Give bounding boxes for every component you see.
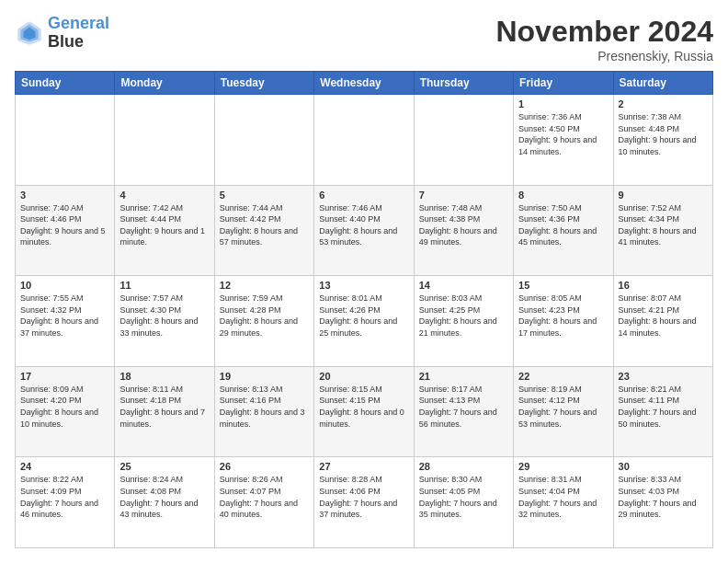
calendar-cell: 1Sunrise: 7:36 AM Sunset: 4:50 PM Daylig… [514,95,613,186]
calendar-cell: 4Sunrise: 7:42 AM Sunset: 4:44 PM Daylig… [115,185,214,276]
day-info: Sunrise: 8:07 AM Sunset: 4:21 PM Dayligh… [619,293,708,339]
calendar-cell: 6Sunrise: 7:46 AM Sunset: 4:40 PM Daylig… [314,185,414,276]
day-number: 7 [419,190,508,201]
day-number: 14 [419,280,508,291]
calendar-cell: 28Sunrise: 8:30 AM Sunset: 4:05 PM Dayli… [414,457,513,548]
day-number: 19 [220,371,309,382]
calendar-cell [16,95,115,186]
calendar-cell: 25Sunrise: 8:24 AM Sunset: 4:08 PM Dayli… [115,457,214,548]
calendar-cell: 14Sunrise: 8:03 AM Sunset: 4:25 PM Dayli… [414,276,513,367]
calendar-cell [214,95,313,186]
header-wednesday: Wednesday [314,72,414,95]
day-info: Sunrise: 8:09 AM Sunset: 4:20 PM Dayligh… [20,384,109,430]
calendar-cell: 29Sunrise: 8:31 AM Sunset: 4:04 PM Dayli… [514,457,613,548]
day-number: 30 [619,461,708,472]
calendar-cell: 5Sunrise: 7:44 AM Sunset: 4:42 PM Daylig… [214,185,313,276]
subtitle: Presnenskiy, Russia [495,49,713,63]
day-number: 11 [119,280,209,291]
day-number: 13 [319,280,408,291]
header-saturday: Saturday [613,72,712,95]
day-number: 8 [518,190,608,201]
day-info: Sunrise: 7:48 AM Sunset: 4:38 PM Dayligh… [419,202,508,248]
logo-icon [15,18,44,48]
calendar-cell: 7Sunrise: 7:48 AM Sunset: 4:38 PM Daylig… [414,185,513,276]
calendar-cell: 16Sunrise: 8:07 AM Sunset: 4:21 PM Dayli… [613,276,712,367]
day-info: Sunrise: 8:17 AM Sunset: 4:13 PM Dayligh… [419,384,508,430]
calendar-cell: 19Sunrise: 8:13 AM Sunset: 4:16 PM Dayli… [214,366,313,457]
calendar-cell: 10Sunrise: 7:55 AM Sunset: 4:32 PM Dayli… [16,276,115,367]
day-number: 23 [619,371,708,382]
header-thursday: Thursday [414,72,513,95]
day-info: Sunrise: 8:33 AM Sunset: 4:03 PM Dayligh… [619,474,708,520]
day-info: Sunrise: 8:11 AM Sunset: 4:18 PM Dayligh… [119,384,209,430]
day-info: Sunrise: 8:15 AM Sunset: 4:15 PM Dayligh… [319,384,408,430]
day-info: Sunrise: 7:52 AM Sunset: 4:34 PM Dayligh… [619,202,708,248]
day-number: 12 [220,280,309,291]
day-info: Sunrise: 8:22 AM Sunset: 4:09 PM Dayligh… [20,474,109,520]
day-info: Sunrise: 7:40 AM Sunset: 4:46 PM Dayligh… [20,202,109,248]
calendar-cell: 8Sunrise: 7:50 AM Sunset: 4:36 PM Daylig… [514,185,613,276]
day-number: 16 [619,280,708,291]
calendar-cell: 18Sunrise: 8:11 AM Sunset: 4:18 PM Dayli… [115,366,214,457]
day-info: Sunrise: 8:05 AM Sunset: 4:23 PM Dayligh… [518,293,608,339]
calendar-cell: 30Sunrise: 8:33 AM Sunset: 4:03 PM Dayli… [613,457,712,548]
header-friday: Friday [514,72,613,95]
day-info: Sunrise: 7:36 AM Sunset: 4:50 PM Dayligh… [518,111,608,157]
day-number: 20 [319,371,408,382]
day-number: 22 [518,371,608,382]
day-info: Sunrise: 8:31 AM Sunset: 4:04 PM Dayligh… [518,474,608,520]
calendar-cell: 21Sunrise: 8:17 AM Sunset: 4:13 PM Dayli… [414,366,513,457]
header-sunday: Sunday [16,72,115,95]
calendar-cell: 26Sunrise: 8:26 AM Sunset: 4:07 PM Dayli… [214,457,313,548]
day-number: 6 [319,190,408,201]
day-number: 17 [20,371,109,382]
day-info: Sunrise: 7:46 AM Sunset: 4:40 PM Dayligh… [319,202,408,248]
month-title: November 2024 [495,15,713,49]
calendar-cell: 24Sunrise: 8:22 AM Sunset: 4:09 PM Dayli… [16,457,115,548]
day-number: 3 [20,190,109,201]
day-number: 15 [518,280,608,291]
logo-text: General Blue [48,15,109,52]
day-number: 18 [119,371,209,382]
day-number: 24 [20,461,109,472]
calendar-cell: 20Sunrise: 8:15 AM Sunset: 4:15 PM Dayli… [314,366,414,457]
day-info: Sunrise: 7:55 AM Sunset: 4:32 PM Dayligh… [20,293,109,339]
header: General Blue November 2024 Presnenskiy, … [15,15,713,63]
day-info: Sunrise: 8:24 AM Sunset: 4:08 PM Dayligh… [119,474,209,520]
day-info: Sunrise: 8:01 AM Sunset: 4:26 PM Dayligh… [319,293,408,339]
calendar-table: Sunday Monday Tuesday Wednesday Thursday… [15,71,713,548]
week-row-5: 24Sunrise: 8:22 AM Sunset: 4:09 PM Dayli… [16,457,713,548]
day-number: 29 [518,461,608,472]
calendar-cell: 2Sunrise: 7:38 AM Sunset: 4:48 PM Daylig… [613,95,712,186]
day-info: Sunrise: 8:28 AM Sunset: 4:06 PM Dayligh… [319,474,408,520]
day-info: Sunrise: 7:42 AM Sunset: 4:44 PM Dayligh… [119,202,209,248]
calendar-cell [314,95,414,186]
week-row-2: 3Sunrise: 7:40 AM Sunset: 4:46 PM Daylig… [16,185,713,276]
calendar-cell: 22Sunrise: 8:19 AM Sunset: 4:12 PM Dayli… [514,366,613,457]
calendar-cell: 15Sunrise: 8:05 AM Sunset: 4:23 PM Dayli… [514,276,613,367]
calendar-cell: 27Sunrise: 8:28 AM Sunset: 4:06 PM Dayli… [314,457,414,548]
week-row-3: 10Sunrise: 7:55 AM Sunset: 4:32 PM Dayli… [16,276,713,367]
day-info: Sunrise: 8:13 AM Sunset: 4:16 PM Dayligh… [220,384,309,430]
calendar-cell: 11Sunrise: 7:57 AM Sunset: 4:30 PM Dayli… [115,276,214,367]
week-row-1: 1Sunrise: 7:36 AM Sunset: 4:50 PM Daylig… [16,95,713,186]
page: General Blue November 2024 Presnenskiy, … [0,0,728,563]
day-info: Sunrise: 7:38 AM Sunset: 4:48 PM Dayligh… [619,111,708,157]
day-info: Sunrise: 7:57 AM Sunset: 4:30 PM Dayligh… [119,293,209,339]
day-number: 9 [619,190,708,201]
day-number: 26 [220,461,309,472]
calendar-header-row: Sunday Monday Tuesday Wednesday Thursday… [16,72,713,95]
day-info: Sunrise: 8:30 AM Sunset: 4:05 PM Dayligh… [419,474,508,520]
day-number: 10 [20,280,109,291]
calendar-cell [115,95,214,186]
calendar-cell [414,95,513,186]
calendar-cell: 9Sunrise: 7:52 AM Sunset: 4:34 PM Daylig… [613,185,712,276]
logo: General Blue [15,15,109,52]
day-info: Sunrise: 7:50 AM Sunset: 4:36 PM Dayligh… [518,202,608,248]
day-info: Sunrise: 8:26 AM Sunset: 4:07 PM Dayligh… [220,474,309,520]
day-number: 4 [119,190,209,201]
title-area: November 2024 Presnenskiy, Russia [495,15,713,63]
day-number: 27 [319,461,408,472]
calendar-cell: 13Sunrise: 8:01 AM Sunset: 4:26 PM Dayli… [314,276,414,367]
day-info: Sunrise: 8:03 AM Sunset: 4:25 PM Dayligh… [419,293,508,339]
